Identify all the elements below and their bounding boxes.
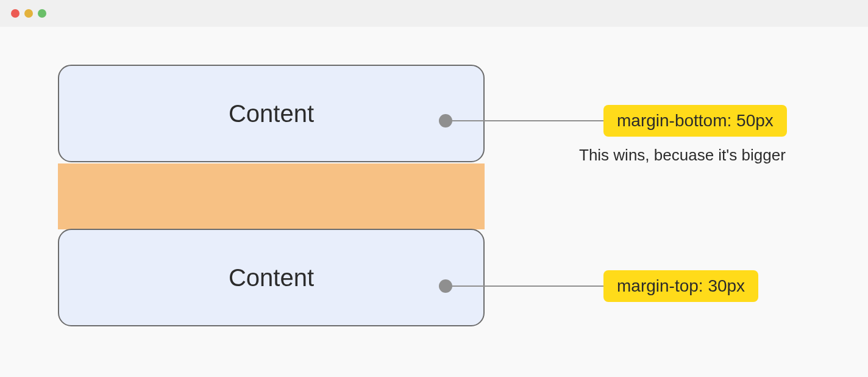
callout-connector-line [452,120,603,121]
explanation-text: This wins, becuase it's bigger [579,146,786,165]
badge-margin-top: margin-top: 30px [603,270,758,302]
diagram-stage: Content Content margin-bottom: 50px This… [0,27,868,377]
callout-connector-line [452,285,603,287]
collapsed-margin-block [58,163,485,229]
callout-dot-icon [439,279,452,293]
content-box-bottom: Content [58,229,485,326]
window-titlebar [0,0,868,27]
content-box-top: Content [58,65,485,162]
content-box-bottom-label: Content [229,264,314,292]
callout-margin-top: margin-top: 30px [439,270,758,302]
callout-margin-bottom: margin-bottom: 50px [439,105,787,137]
window-close-icon[interactable] [11,9,20,18]
content-box-top-label: Content [229,100,314,127]
badge-margin-bottom: margin-bottom: 50px [603,105,787,137]
window-minimize-icon[interactable] [24,9,33,18]
window-zoom-icon[interactable] [38,9,46,18]
callout-dot-icon [439,114,452,127]
